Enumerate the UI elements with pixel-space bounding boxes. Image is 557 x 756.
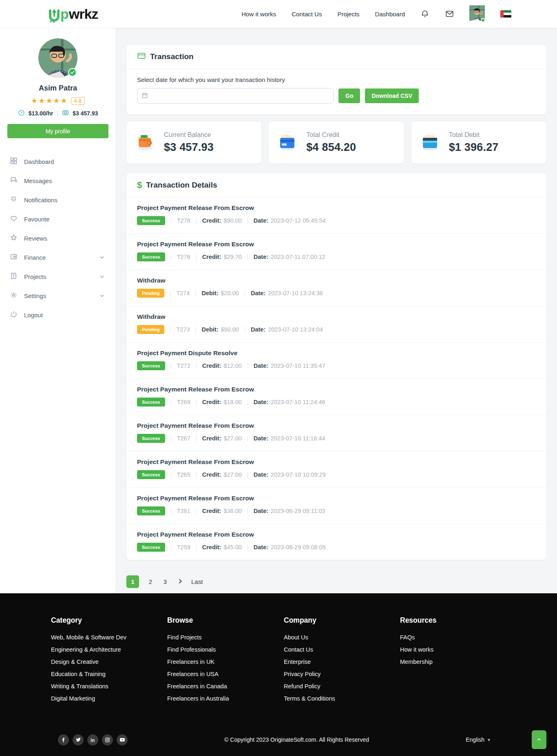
footer-link[interactable]: Find Projects	[167, 634, 284, 640]
notifications-bell-icon[interactable]	[420, 9, 429, 18]
sidebar-item-notifications[interactable]: Notifications	[0, 190, 116, 210]
sidebar-item-reviews[interactable]: Reviews	[0, 229, 116, 248]
instagram-icon[interactable]	[102, 734, 113, 745]
footer-link[interactable]: Freelancers in USA	[167, 671, 284, 677]
transaction-details-card: $ Transaction Details Project Payment Re…	[126, 173, 546, 560]
footer-link[interactable]: Design & Creative	[51, 659, 167, 665]
sidebar-item-favourite[interactable]: Favourite	[0, 210, 116, 229]
footer-link[interactable]: Privacy Policy	[284, 671, 400, 677]
uae-flag-icon[interactable]	[500, 10, 511, 18]
status-badge: Pending	[137, 325, 164, 334]
linkedin-icon[interactable]	[87, 734, 98, 745]
footer-link[interactable]: Digital Marketing	[51, 696, 167, 701]
stat-label: Total Credit	[306, 131, 356, 139]
sidebar-item-projects[interactable]: Projects	[0, 267, 116, 286]
footer-col-resources: Resources FAQs How it works Membership	[400, 616, 557, 708]
transaction-row[interactable]: Project Payment Release From Escrow Succ…	[126, 451, 546, 488]
upwrkz-logo[interactable]: pwrkz	[49, 6, 98, 22]
sidebar-item-logout[interactable]: Logout	[0, 305, 116, 325]
transaction-id: T265	[177, 471, 190, 478]
footer-link[interactable]: Contact Us	[284, 647, 400, 652]
status-badge: Success	[137, 361, 165, 370]
status-badge: Success	[137, 470, 165, 479]
footer-bottom-bar: © Copyright 2023 OriginateSoft.com. All …	[0, 724, 557, 755]
sidebar-item-dashboard[interactable]: Dashboard	[0, 152, 116, 171]
date-input[interactable]	[137, 88, 334, 104]
youtube-icon[interactable]	[117, 734, 128, 745]
nav-projects[interactable]: Projects	[337, 11, 359, 18]
last-page[interactable]: Last	[191, 578, 203, 585]
transaction-row[interactable]: Project Payment Release From Escrow Succ…	[126, 379, 546, 415]
footer-col-category: Category Web, Mobile & Software Dev Engi…	[51, 616, 167, 708]
nav-dashboard[interactable]: Dashboard	[375, 11, 405, 18]
star-icon	[10, 234, 18, 243]
footer-link[interactable]: Freelancers in Australia	[167, 696, 284, 701]
transaction-row[interactable]: Project Payment Release From Escrow Succ…	[126, 197, 546, 234]
transaction-row[interactable]: Withdraw Pending T274 Debit:$20.00 Date:…	[126, 270, 546, 306]
facebook-icon[interactable]	[58, 734, 69, 745]
total-credit-card: Total Credit $4 854.20	[269, 122, 404, 164]
nav-contact-us[interactable]: Contact Us	[292, 11, 322, 18]
footer-heading: Company	[284, 616, 400, 625]
transaction-id: T274	[176, 290, 190, 296]
page-3[interactable]: 3	[162, 578, 168, 585]
footer-link[interactable]: Writing & Translations	[51, 683, 167, 689]
download-csv-button[interactable]: Download CSV	[365, 88, 419, 103]
footer-link[interactable]: FAQs	[400, 634, 557, 640]
footer-link[interactable]: Engineering & Architecture	[51, 647, 167, 652]
next-page-chevron-icon[interactable]	[177, 578, 183, 585]
transaction-row[interactable]: Project Payment Release From Escrow Succ…	[126, 415, 546, 451]
top-header: pwrkz How it works Contact Us Projects D…	[0, 0, 557, 28]
sidebar: Asim Patra ★★★★★ 4.8 $13.00/hr |	[0, 28, 116, 593]
transaction-id: T276	[177, 254, 190, 260]
page-1[interactable]: 1	[126, 575, 139, 588]
scroll-to-top-button[interactable]	[532, 730, 546, 749]
footer-link[interactable]: Refund Policy	[284, 683, 400, 689]
power-icon	[10, 310, 18, 320]
bell-icon	[10, 195, 18, 205]
money-icon	[62, 109, 69, 117]
credit-card-icon	[278, 132, 297, 153]
footer-link[interactable]: Freelancers in Canada	[167, 683, 284, 689]
footer-col-company: Company About Us Contact Us Enterprise P…	[284, 616, 400, 708]
profile-avatar[interactable]	[38, 38, 77, 77]
footer-link[interactable]: About Us	[284, 634, 400, 640]
footer-link[interactable]: Education & Training	[51, 671, 167, 677]
header-avatar[interactable]	[469, 5, 485, 22]
transaction-row[interactable]: Project Payment Release From Escrow Succ…	[126, 234, 546, 270]
footer-link[interactable]: Web, Mobile & Software Dev	[51, 634, 167, 640]
pagination: 1 2 3 Last	[126, 575, 546, 588]
footer-link[interactable]: Terms & Conditions	[284, 696, 400, 701]
footer-link[interactable]: Find Professionals	[167, 647, 284, 652]
my-profile-button[interactable]: My profile	[7, 124, 108, 138]
transaction-card-icon	[137, 51, 146, 62]
sidebar-item-settings[interactable]: Settings	[0, 286, 116, 305]
go-button[interactable]: Go	[338, 88, 360, 103]
calendar-icon	[141, 92, 148, 100]
nav-how-it-works[interactable]: How it works	[241, 11, 276, 18]
date-select-label: Select date for which you want your tran…	[137, 76, 536, 83]
transaction-row[interactable]: Project Payment Release From Escrow Succ…	[126, 524, 546, 560]
footer-link[interactable]: Freelancers in UK	[167, 659, 284, 665]
sidebar-item-messages[interactable]: Messages	[0, 171, 116, 190]
footer-link[interactable]: Enterprise	[284, 659, 400, 665]
transaction-id: T259	[177, 544, 190, 550]
messages-envelope-icon[interactable]	[445, 9, 454, 18]
transaction-id: T267	[177, 435, 190, 442]
footer-link[interactable]: Membership	[400, 659, 557, 665]
stat-value: $4 854.20	[306, 141, 356, 154]
stat-value: $3 457.93	[164, 141, 214, 154]
logo-arrow-icon	[49, 8, 60, 22]
language-selector[interactable]: English ▼	[466, 736, 491, 743]
sidebar-item-finance[interactable]: Finance	[0, 248, 116, 267]
twitter-icon[interactable]	[73, 734, 84, 745]
transaction-card-title: Transaction	[150, 52, 194, 61]
status-badge: Pending	[137, 289, 164, 298]
transaction-row[interactable]: Project Payment Release From Escrow Succ…	[126, 488, 546, 524]
footer-link[interactable]: How it works	[400, 647, 557, 652]
transaction-row[interactable]: Withdraw Pending T273 Debit:$50.00 Date:…	[126, 306, 546, 343]
chevron-down-icon	[99, 273, 104, 281]
page-2[interactable]: 2	[147, 578, 154, 585]
transaction-row[interactable]: Project Payment Dispute Resolve Success …	[126, 343, 546, 379]
transaction-id: T278	[177, 217, 190, 224]
